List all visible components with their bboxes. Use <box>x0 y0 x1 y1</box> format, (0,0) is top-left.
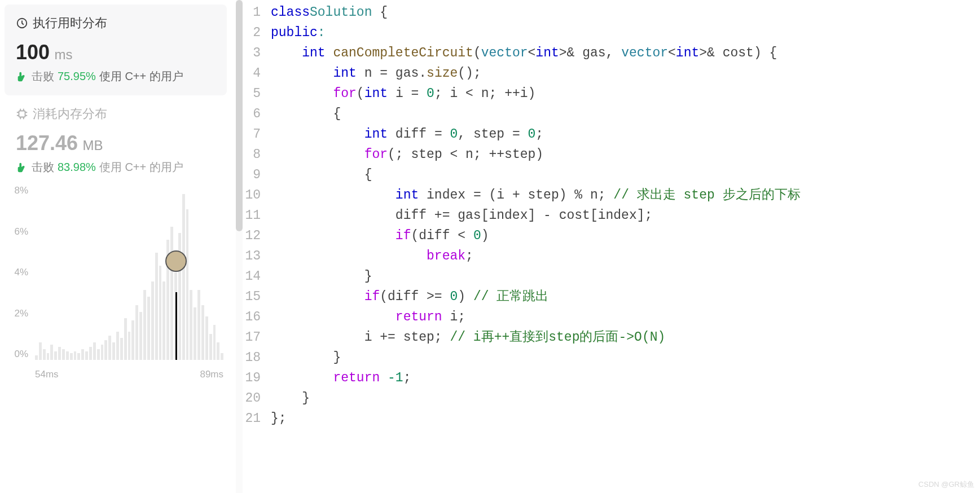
chart-y-axis: 8%6%4%2%0% <box>5 185 33 360</box>
memory-beats-suffix: 使用 C++ 的用户 <box>99 160 183 175</box>
chart-bar[interactable] <box>139 312 142 360</box>
chart-bar[interactable] <box>143 290 146 360</box>
memory-beats-label: 击败 <box>32 160 54 175</box>
code-line[interactable]: classSolution { <box>271 2 980 23</box>
code-line[interactable]: } <box>271 347 980 368</box>
chip-icon <box>16 108 28 120</box>
chart-bar[interactable] <box>155 253 158 360</box>
chart-bar[interactable] <box>116 332 119 360</box>
code-line[interactable]: int diff = 0, step = 0; <box>271 124 980 144</box>
runtime-header: 执行用时分布 <box>16 15 216 32</box>
chart-bar[interactable] <box>147 297 150 360</box>
chart-bar[interactable] <box>159 266 162 360</box>
clap-icon <box>16 161 28 174</box>
memory-beats-percent: 83.98% <box>58 161 96 174</box>
clap-icon <box>16 71 28 83</box>
chart-bar[interactable] <box>190 290 192 360</box>
code-line[interactable]: public: <box>271 23 980 43</box>
runtime-title: 执行用时分布 <box>33 15 107 32</box>
chart-bar[interactable] <box>97 349 100 360</box>
code-line[interactable]: int canCompleteCircuit(vector<int>& gas,… <box>271 43 980 63</box>
chart-bar[interactable] <box>209 334 212 360</box>
chart-bar[interactable] <box>194 307 196 360</box>
code-line[interactable]: int index = (i + step) % n; // 求出走 step … <box>271 185 980 205</box>
chart-bar[interactable] <box>162 281 165 360</box>
code-line[interactable]: for(; step < n; ++step) <box>271 144 980 165</box>
code-content[interactable]: classSolution {public: int canCompleteCi… <box>271 2 980 493</box>
memory-title: 消耗内存分布 <box>33 105 107 122</box>
code-line[interactable]: { <box>271 165 980 185</box>
chart-bar[interactable] <box>131 320 134 360</box>
chart-bar[interactable] <box>89 347 92 360</box>
x-tick: 54ms <box>35 369 59 380</box>
memory-beats-row: 击败 83.98% 使用 C++ 的用户 <box>16 160 216 175</box>
stats-panel: 执行用时分布 100 ms 击败 75.95% 使用 C++ 的用户 消耗内存分… <box>0 0 231 493</box>
chart-bar[interactable] <box>35 355 38 360</box>
y-tick: 2% <box>5 308 33 319</box>
code-line[interactable]: for(int i = 0; i < n; ++i) <box>271 83 980 104</box>
code-line[interactable]: break; <box>271 246 980 266</box>
chart-bar[interactable] <box>197 290 200 360</box>
code-line[interactable]: { <box>271 104 980 124</box>
chart-bar[interactable] <box>182 194 185 360</box>
chart-bar[interactable] <box>54 351 57 360</box>
chart-bar[interactable] <box>81 349 84 360</box>
chart-bar[interactable] <box>205 316 208 360</box>
chart-bar[interactable] <box>50 345 53 360</box>
code-line[interactable]: } <box>271 388 980 408</box>
code-editor[interactable]: 123456789101112131415161718192021 classS… <box>231 0 980 493</box>
runtime-beats-label: 击败 <box>32 69 54 84</box>
chart-bar[interactable] <box>47 353 50 360</box>
chart-bar[interactable] <box>74 351 77 360</box>
clock-icon <box>16 17 28 29</box>
code-line[interactable]: }; <box>271 408 980 429</box>
chart-bar[interactable] <box>85 351 88 360</box>
chart-bar[interactable] <box>93 342 96 360</box>
chart-bar[interactable] <box>112 342 115 360</box>
code-line[interactable]: if(diff < 0) <box>271 226 980 246</box>
memory-section[interactable]: 消耗内存分布 127.46 MB 击败 83.98% 使用 C++ 的用户 <box>0 101 231 179</box>
chart-bar[interactable] <box>39 342 42 360</box>
code-line[interactable]: return -1; <box>271 368 980 388</box>
chart-bar[interactable] <box>135 305 138 360</box>
chart-bar[interactable] <box>58 347 61 360</box>
memory-header: 消耗内存分布 <box>16 105 216 122</box>
chart-bar[interactable] <box>104 340 107 360</box>
code-line[interactable]: } <box>271 266 980 287</box>
runtime-distribution-chart[interactable]: 8%6%4%2%0% 54ms89ms <box>0 185 231 382</box>
scrollbar-thumb[interactable] <box>236 0 243 231</box>
chart-bar[interactable] <box>124 318 127 360</box>
chart-bars <box>35 185 223 360</box>
chart-bar[interactable] <box>186 209 189 360</box>
y-tick: 6% <box>5 226 33 237</box>
chart-bar[interactable] <box>77 353 80 360</box>
chart-bar[interactable] <box>66 351 69 360</box>
code-line[interactable]: return i; <box>271 307 980 327</box>
chart-bar[interactable] <box>201 305 204 360</box>
chart-bar[interactable] <box>170 227 173 360</box>
x-tick: 89ms <box>200 369 223 380</box>
runtime-beats-percent: 75.95% <box>58 70 96 83</box>
runtime-section[interactable]: 执行用时分布 100 ms 击败 75.95% 使用 C++ 的用户 <box>5 5 227 95</box>
chart-bar[interactable] <box>217 342 219 360</box>
scrollbar-track[interactable] <box>236 0 243 493</box>
code-line[interactable]: if(diff >= 0) // 正常跳出 <box>271 287 980 307</box>
chart-bar[interactable] <box>151 281 154 360</box>
chart-bar[interactable] <box>108 336 111 360</box>
y-tick: 4% <box>5 267 33 278</box>
code-line[interactable]: i += step; // i再++直接到step的后面->O(N) <box>271 327 980 347</box>
chart-bar[interactable] <box>221 353 223 360</box>
chart-marker-avatar[interactable] <box>165 250 187 272</box>
chart-bar[interactable] <box>62 349 65 360</box>
chart-bar[interactable] <box>120 338 123 360</box>
memory-unit: MB <box>83 138 103 153</box>
chart-bar[interactable] <box>128 332 131 360</box>
chart-bar[interactable] <box>101 345 104 360</box>
chart-bar[interactable] <box>43 349 46 360</box>
chart-bar[interactable] <box>213 325 216 360</box>
code-line[interactable]: int n = gas.size(); <box>271 63 980 83</box>
runtime-beats-suffix: 使用 C++ 的用户 <box>99 69 183 84</box>
chart-marker-line <box>175 292 177 360</box>
code-line[interactable]: diff += gas[index] - cost[index]; <box>271 205 980 226</box>
chart-bar[interactable] <box>70 353 73 360</box>
